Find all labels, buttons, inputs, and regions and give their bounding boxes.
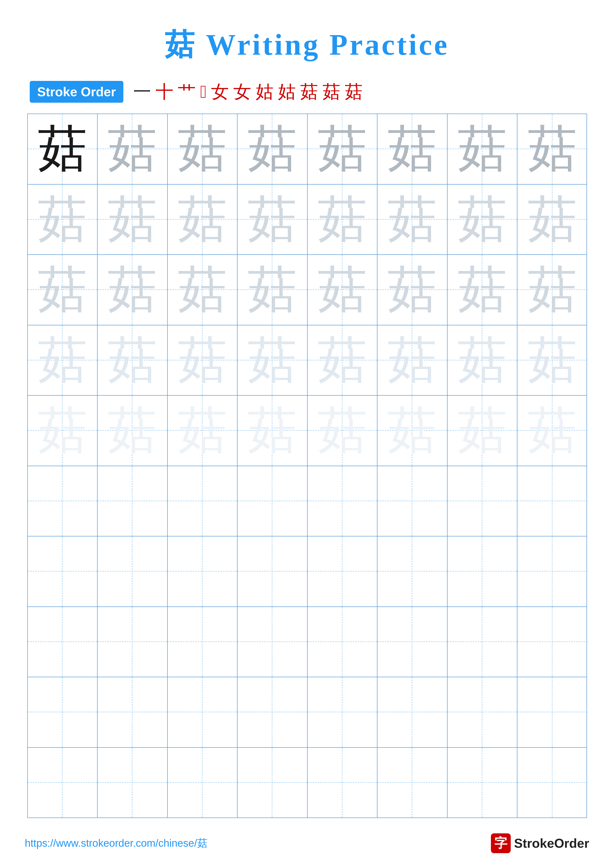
grid-cell[interactable]: 菇 <box>168 255 238 325</box>
practice-grid: 菇 菇 菇 菇 菇 菇 菇 菇 菇 菇 菇 菇 菇 菇 菇 菇 菇 菇 菇 菇 … <box>27 113 587 818</box>
grid-cell[interactable]: 菇 <box>308 184 378 254</box>
grid-cell[interactable] <box>378 677 448 747</box>
grid-cell[interactable]: 菇 <box>28 184 98 254</box>
grid-cell[interactable] <box>98 607 168 677</box>
stroke-5: 女 <box>211 80 229 104</box>
grid-cell[interactable]: 菇 <box>308 326 378 395</box>
grid-cell[interactable]: 菇 <box>28 326 98 395</box>
grid-cell[interactable]: 菇 <box>98 255 168 325</box>
grid-cell[interactable] <box>238 466 308 536</box>
grid-cell[interactable] <box>28 748 98 818</box>
grid-cell[interactable] <box>98 748 168 818</box>
grid-cell[interactable]: 菇 <box>168 184 238 254</box>
logo-char: 字 <box>494 835 507 852</box>
practice-char: 菇 <box>317 124 367 174</box>
grid-cell[interactable] <box>448 677 518 747</box>
grid-cell[interactable] <box>378 748 448 818</box>
grid-cell[interactable]: 菇 <box>518 326 588 395</box>
grid-cell[interactable]: 菇 <box>518 184 588 254</box>
grid-cell[interactable] <box>308 466 378 536</box>
grid-cell[interactable] <box>168 607 238 677</box>
grid-cell[interactable]: 菇 <box>238 255 308 325</box>
grid-cell[interactable]: 菇 <box>238 396 308 466</box>
grid-cell[interactable] <box>28 677 98 747</box>
grid-cell[interactable] <box>238 677 308 747</box>
grid-cell[interactable] <box>238 536 308 606</box>
grid-cell[interactable] <box>28 536 98 606</box>
page: 菇 Writing Practice Stroke Order 一 十 艹 𠂇 … <box>0 0 614 868</box>
practice-char: 菇 <box>317 336 367 385</box>
grid-cell[interactable] <box>238 748 308 818</box>
grid-cell[interactable]: 菇 <box>448 326 518 395</box>
grid-cell[interactable] <box>308 677 378 747</box>
grid-cell[interactable] <box>308 607 378 677</box>
grid-cell[interactable]: 菇 <box>448 184 518 254</box>
grid-cell[interactable]: 菇 <box>448 396 518 466</box>
grid-cell[interactable] <box>448 536 518 606</box>
grid-cell[interactable]: 菇 <box>98 184 168 254</box>
grid-cell[interactable] <box>98 466 168 536</box>
grid-cell[interactable]: 菇 <box>98 396 168 466</box>
grid-row: 菇 菇 菇 菇 菇 菇 菇 菇 <box>28 184 586 255</box>
grid-cell[interactable] <box>28 466 98 536</box>
grid-cell[interactable] <box>518 677 588 747</box>
practice-char: 菇 <box>38 406 87 455</box>
grid-cell[interactable]: 菇 <box>378 326 448 395</box>
footer-link[interactable]: https://www.strokeorder.com/chinese/菇 <box>25 836 208 850</box>
grid-cell[interactable]: 菇 <box>238 184 308 254</box>
grid-cell[interactable] <box>168 466 238 536</box>
grid-cell[interactable] <box>448 466 518 536</box>
grid-cell[interactable]: 菇 <box>518 255 588 325</box>
grid-cell[interactable]: 菇 <box>378 114 448 184</box>
grid-cell[interactable] <box>98 677 168 747</box>
stroke-3: 艹 <box>178 80 196 104</box>
grid-cell[interactable]: 菇 <box>28 255 98 325</box>
grid-cell[interactable] <box>448 748 518 818</box>
grid-cell[interactable]: 菇 <box>168 326 238 395</box>
practice-char: 菇 <box>317 406 367 455</box>
grid-cell[interactable] <box>238 607 308 677</box>
grid-cell[interactable]: 菇 <box>378 396 448 466</box>
grid-cell[interactable]: 菇 <box>308 255 378 325</box>
page-title: 菇 Writing Practice <box>165 25 449 65</box>
grid-cell[interactable] <box>378 536 448 606</box>
practice-char: 菇 <box>107 406 157 455</box>
grid-cell[interactable] <box>518 466 588 536</box>
grid-cell[interactable]: 菇 <box>308 114 378 184</box>
practice-char: 菇 <box>457 406 507 455</box>
stroke-9: 菇 <box>300 80 318 104</box>
grid-cell[interactable] <box>168 677 238 747</box>
grid-cell[interactable] <box>308 748 378 818</box>
grid-cell[interactable] <box>378 607 448 677</box>
grid-cell[interactable]: 菇 <box>28 396 98 466</box>
grid-cell[interactable]: 菇 <box>168 396 238 466</box>
grid-cell[interactable]: 菇 <box>308 396 378 466</box>
grid-cell[interactable]: 菇 <box>168 114 238 184</box>
grid-cell[interactable] <box>168 536 238 606</box>
grid-cell[interactable]: 菇 <box>448 255 518 325</box>
grid-cell[interactable]: 菇 <box>238 114 308 184</box>
practice-char: 菇 <box>387 406 437 455</box>
stroke-order-chars: 一 十 艹 𠂇 女 女 姑 姑 菇 菇 菇 <box>133 80 362 104</box>
grid-cell[interactable] <box>518 607 588 677</box>
grid-cell[interactable] <box>448 607 518 677</box>
grid-cell[interactable]: 菇 <box>28 114 98 184</box>
grid-cell[interactable] <box>518 536 588 606</box>
grid-cell[interactable]: 菇 <box>378 255 448 325</box>
practice-char: 菇 <box>38 124 87 174</box>
grid-cell[interactable]: 菇 <box>448 114 518 184</box>
grid-cell[interactable] <box>28 607 98 677</box>
grid-cell[interactable] <box>518 748 588 818</box>
grid-row <box>28 677 586 748</box>
grid-cell[interactable]: 菇 <box>98 326 168 395</box>
grid-cell[interactable]: 菇 <box>518 396 588 466</box>
grid-cell[interactable]: 菇 <box>518 114 588 184</box>
practice-char: 菇 <box>38 336 87 385</box>
grid-cell[interactable]: 菇 <box>378 184 448 254</box>
grid-cell[interactable]: 菇 <box>98 114 168 184</box>
grid-cell[interactable] <box>378 466 448 536</box>
grid-cell[interactable] <box>98 536 168 606</box>
grid-cell[interactable] <box>308 536 378 606</box>
grid-cell[interactable] <box>168 748 238 818</box>
grid-cell[interactable]: 菇 <box>238 326 308 395</box>
